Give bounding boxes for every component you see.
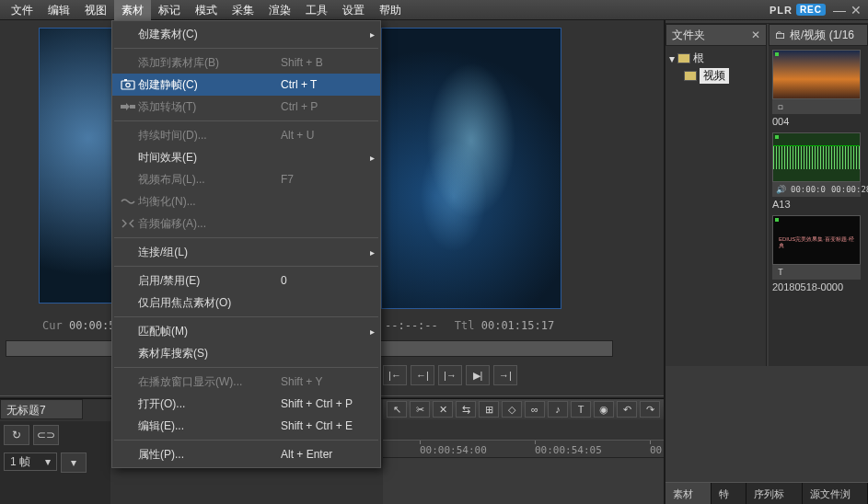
player-current-timecode: Cur 00:00:5 bbox=[42, 319, 116, 332]
recorder-timecodes: --:--:-- Ttl 00:01:15:17 bbox=[385, 319, 569, 332]
tool-cut[interactable]: ✂ bbox=[410, 401, 430, 418]
play-in-out-button[interactable]: ▶| bbox=[466, 365, 490, 385]
svg-rect-3 bbox=[121, 105, 126, 109]
menu-create-clip[interactable]: 创建素材(C) ▸ bbox=[112, 23, 380, 45]
tool-render[interactable]: ◉ bbox=[594, 401, 614, 418]
tool-redo[interactable]: ↷ bbox=[640, 401, 660, 418]
menu-marker[interactable]: 标记 bbox=[151, 0, 188, 20]
tool-cursor[interactable]: ↖ bbox=[387, 401, 407, 418]
magnet-button[interactable]: ⊂⊃ bbox=[33, 425, 59, 445]
submenu-arrow-icon: ▸ bbox=[370, 153, 375, 163]
menu-help[interactable]: 帮助 bbox=[372, 0, 409, 20]
folder-tree: ▾ 根 视频 bbox=[665, 46, 767, 366]
tool-ripple[interactable]: ⇆ bbox=[456, 401, 476, 418]
title-icon: T bbox=[776, 268, 785, 277]
top-menubar: 文件 编辑 视图 素材 标记 模式 采集 渲染 工具 设置 帮助 PLR REC… bbox=[0, 0, 868, 20]
menu-add-transition[interactable]: 添加转场(T) Ctrl + P bbox=[112, 96, 380, 118]
minimize-button[interactable]: — bbox=[831, 3, 848, 17]
menu-tools[interactable]: 工具 bbox=[298, 0, 335, 20]
folder-tab-header[interactable]: 文件夹 ✕ bbox=[665, 24, 767, 46]
menu-duration[interactable]: 持续时间(D)... Alt + U bbox=[112, 124, 380, 146]
track-header-controls: ↻ ⊂⊃ 1 帧▾ ▾ bbox=[0, 421, 110, 504]
player-monitor bbox=[39, 28, 122, 304]
audio-offset-icon bbox=[118, 218, 138, 229]
submenu-arrow-icon: ▸ bbox=[370, 247, 375, 258]
menu-edit[interactable]: 编辑(E)... Shift + Ctrl + E bbox=[112, 415, 380, 437]
frame-step-box[interactable]: 1 帧▾ bbox=[4, 452, 57, 471]
folder-icon bbox=[684, 71, 697, 81]
close-icon[interactable]: ✕ bbox=[751, 29, 760, 41]
menu-mode[interactable]: 模式 bbox=[188, 0, 225, 20]
next-frame-button[interactable]: |→ bbox=[438, 365, 462, 385]
menu-search-bin[interactable]: 素材库搜索(S) bbox=[112, 342, 380, 364]
tool-undo[interactable]: ↶ bbox=[617, 401, 637, 418]
svg-rect-4 bbox=[130, 105, 135, 109]
svg-rect-2 bbox=[124, 79, 127, 81]
zoom-fit-button[interactable]: ↻ bbox=[4, 425, 29, 445]
tool-marker[interactable]: ◇ bbox=[502, 401, 522, 418]
prev-frame-button[interactable]: ←| bbox=[411, 365, 434, 385]
timecode-tick: 00:00:54:00 bbox=[420, 444, 487, 456]
menu-settings[interactable]: 设置 bbox=[335, 0, 372, 20]
menu-clip[interactable]: 素材 bbox=[114, 0, 151, 20]
mark-out-button[interactable]: →| bbox=[493, 365, 517, 385]
sequence-tab[interactable]: 无标题7 bbox=[0, 399, 83, 419]
svg-rect-0 bbox=[122, 81, 134, 89]
clip-thumbnail bbox=[772, 132, 861, 182]
tool-delete[interactable]: ✕ bbox=[433, 401, 453, 418]
clip-bin: ◻ 004 🔊 00:00:0 00:00:28 A13 EDIUS完美效果集·… bbox=[769, 46, 868, 366]
menu-properties[interactable]: 属性(P)... Alt + Enter bbox=[112, 443, 380, 465]
frame-options-button[interactable]: ▾ bbox=[61, 452, 87, 473]
speaker-icon: 🔊 bbox=[776, 185, 785, 194]
svg-point-1 bbox=[126, 83, 130, 86]
clip-thumbnail: EDIUS完美效果集·百变标题·经典 bbox=[772, 215, 861, 265]
bin-panel: EDIUS 🗀 🔍 🔧 T ▭ 文件夹 ✕ 🗀 根/视频 (1/16 ▾ 根 视… bbox=[664, 0, 868, 504]
submenu-arrow-icon: ▸ bbox=[370, 29, 375, 40]
close-button[interactable]: ✕ bbox=[848, 3, 864, 17]
tree-video-node[interactable]: 视频 bbox=[669, 67, 762, 85]
clip-thumbnail bbox=[772, 50, 861, 99]
tool-audio[interactable]: ♪ bbox=[548, 401, 568, 418]
menu-video-layout[interactable]: 视频布局(L)... F7 bbox=[112, 168, 380, 190]
folder-icon: 🗀 bbox=[775, 29, 786, 41]
tool-group[interactable]: ⊞ bbox=[479, 401, 499, 418]
timecode-tick: 00:00:54:05 bbox=[535, 444, 602, 456]
transport-controls: |← ←| |→ ▶| →| bbox=[383, 363, 622, 387]
bin-tab-header[interactable]: 🗀 根/视频 (1/16 bbox=[769, 24, 868, 46]
bin-clip[interactable]: 🔊 00:00:0 00:00:28 A13 bbox=[772, 132, 861, 210]
tab-source-browser[interactable]: 源文件浏览 bbox=[803, 483, 868, 504]
tool-title[interactable]: T bbox=[571, 401, 591, 418]
menu-audio-offset[interactable]: 音频偏移(A)... bbox=[112, 212, 380, 235]
menu-show-in-player[interactable]: 在播放窗口显示(W)... Shift + Y bbox=[112, 371, 380, 393]
menu-capture[interactable]: 采集 bbox=[225, 0, 261, 20]
tree-root-node[interactable]: ▾ 根 bbox=[669, 50, 762, 67]
still-icon: ◻ bbox=[776, 102, 785, 111]
bin-clip[interactable]: EDIUS完美效果集·百变标题·经典 T 20180518-0000 bbox=[772, 215, 861, 292]
menu-add-to-bin[interactable]: 添加到素材库(B) Shift + B bbox=[112, 52, 380, 74]
folder-icon bbox=[677, 53, 690, 63]
menu-link-group[interactable]: 连接/组(L) ▸ bbox=[112, 241, 380, 263]
menu-match-frame[interactable]: 匹配帧(M) ▸ bbox=[112, 320, 380, 342]
tool-link[interactable]: ∞ bbox=[525, 401, 545, 418]
menu-normalize[interactable]: 均衡化(N)... bbox=[112, 190, 380, 212]
menu-render[interactable]: 渲染 bbox=[261, 0, 298, 20]
tab-effects[interactable]: 特效 bbox=[712, 483, 747, 504]
tab-bin[interactable]: 素材库 bbox=[665, 483, 712, 504]
transition-icon bbox=[118, 102, 138, 111]
menu-time-effect[interactable]: 时间效果(E) ▸ bbox=[112, 146, 380, 168]
menu-create-still[interactable]: 创建静帧(C) Ctrl + T bbox=[112, 74, 380, 96]
mark-in-button[interactable]: |← bbox=[383, 365, 407, 385]
submenu-arrow-icon: ▸ bbox=[370, 326, 375, 337]
recorder-monitor bbox=[381, 28, 561, 309]
menu-file[interactable]: 文件 bbox=[4, 0, 41, 20]
recorder-indicator: PLR REC bbox=[764, 4, 831, 16]
menu-view[interactable]: 视图 bbox=[77, 0, 114, 20]
bin-clip[interactable]: ◻ 004 bbox=[772, 50, 861, 127]
menu-enable-disable[interactable]: 启用/禁用(E) 0 bbox=[112, 269, 380, 292]
menu-only-focus-clip[interactable]: 仅启用焦点素材(O) bbox=[112, 292, 380, 314]
camera-icon bbox=[118, 79, 138, 90]
menu-edit[interactable]: 编辑 bbox=[41, 0, 77, 20]
equalize-icon bbox=[118, 197, 138, 206]
tab-markers[interactable]: 序列标记 bbox=[746, 483, 802, 504]
menu-open[interactable]: 打开(O)... Shift + Ctrl + P bbox=[112, 393, 380, 415]
